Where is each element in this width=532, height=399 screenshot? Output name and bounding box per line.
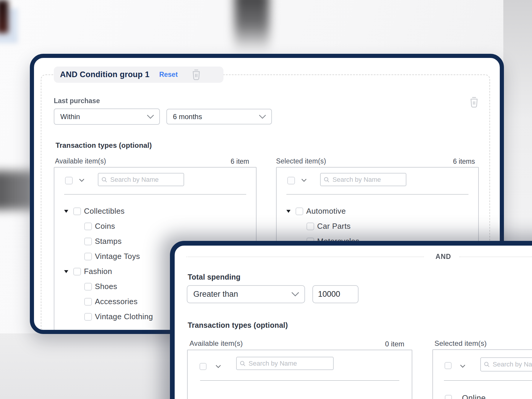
tree-item-label: Accessories <box>95 297 138 306</box>
transaction-types-heading: Transaction types (optional) <box>56 141 152 150</box>
list-divider <box>64 194 246 194</box>
and-divider-line <box>186 257 424 257</box>
checkbox[interactable] <box>84 253 92 260</box>
transaction-types-heading: Transaction types (optional) <box>188 321 288 330</box>
list-divider <box>286 194 468 194</box>
tree-item-label: Car Parts <box>317 222 351 231</box>
tree-item-label: Vintage Clothing <box>95 312 153 321</box>
tree-item-label: Shoes <box>95 282 117 291</box>
list-divider <box>200 380 399 381</box>
tree-item-label: Online <box>462 394 486 399</box>
tree-parent-row: Collectibles <box>54 204 255 219</box>
available-items-label: Available item(s) <box>189 339 243 348</box>
background-blur-shape <box>234 0 269 52</box>
select-all-checkbox[interactable] <box>200 363 207 370</box>
checkbox[interactable] <box>445 395 452 399</box>
checkbox[interactable] <box>84 283 92 291</box>
background-blur-shape <box>0 8 18 43</box>
tree-child-row: Car Parts <box>277 219 478 234</box>
select-all-checkbox[interactable] <box>445 362 452 369</box>
chevron-down-icon[interactable] <box>79 179 84 182</box>
search-input[interactable] <box>332 176 403 184</box>
last-purchase-label: Last purchase <box>54 97 100 105</box>
caret-down-icon[interactable] <box>64 270 68 273</box>
tree-item-label: Automotive <box>306 207 346 216</box>
delete-condition-trash-icon[interactable] <box>469 96 479 108</box>
search-icon <box>240 361 246 366</box>
background-gradient <box>0 333 171 399</box>
checkbox[interactable] <box>84 238 92 245</box>
condition-group-header: AND Condition group 1 Reset <box>54 66 223 83</box>
select-all-checkbox[interactable] <box>287 177 295 184</box>
tree-item-label: Vintage Toys <box>95 252 140 261</box>
checkbox[interactable] <box>73 268 81 275</box>
available-items-count: 6 item <box>211 158 249 166</box>
search-input[interactable] <box>110 176 181 184</box>
list-divider <box>444 380 532 381</box>
chevron-down-icon[interactable] <box>216 365 221 368</box>
condition-group-title: AND Condition group 1 <box>60 70 150 79</box>
tree-item-label: Coins <box>95 222 115 231</box>
selected-items-label: Selected item(s) <box>434 339 487 348</box>
selected-items-listbox: Online <box>432 349 532 399</box>
total-spending-label: Total spending <box>188 273 241 281</box>
tree-parent-row: Automotive <box>277 204 478 219</box>
dropdown-value: Greater than <box>193 290 238 299</box>
search-input[interactable] <box>248 359 330 368</box>
chevron-down-icon[interactable] <box>460 365 465 368</box>
chevron-down-icon <box>259 115 266 119</box>
reset-button[interactable]: Reset <box>159 71 178 79</box>
search-field[interactable] <box>480 357 532 372</box>
available-items-listbox <box>187 350 412 399</box>
chevron-down-icon[interactable] <box>301 179 306 182</box>
chevron-down-icon <box>291 292 299 296</box>
checkbox[interactable] <box>73 207 81 215</box>
checkbox[interactable] <box>296 207 303 215</box>
tree-item-label: Collectibles <box>84 207 125 216</box>
checkbox[interactable] <box>306 223 314 230</box>
chevron-down-icon <box>147 115 154 119</box>
available-items-label: Available item(s) <box>55 157 106 165</box>
checkbox[interactable] <box>84 313 92 321</box>
caret-down-icon[interactable] <box>286 210 291 213</box>
search-field[interactable] <box>236 357 334 370</box>
background-blur-shape <box>0 0 8 33</box>
amount-value: 10000 <box>318 290 340 299</box>
search-field[interactable] <box>320 173 406 186</box>
and-divider-line <box>459 257 532 257</box>
total-spending-operator-dropdown[interactable]: Greater than <box>187 285 305 303</box>
delete-group-trash-icon[interactable] <box>191 69 201 81</box>
page: AND Condition group 1 Reset Last <box>0 0 532 399</box>
selected-items-count: 6 items <box>418 158 475 166</box>
total-spending-amount-input[interactable]: 10000 <box>312 285 359 303</box>
select-all-checkbox[interactable] <box>65 177 73 184</box>
condition-group-2-card: AND Total spending Greater than 10000 Tr… <box>170 241 532 399</box>
available-items-count: 0 item <box>353 340 404 348</box>
search-input[interactable] <box>492 360 532 369</box>
selected-items-tree: Online <box>433 391 532 399</box>
last-purchase-value-dropdown[interactable]: 6 months <box>166 109 272 124</box>
and-joiner-label: AND <box>426 253 461 261</box>
caret-down-icon[interactable] <box>64 210 68 213</box>
search-icon <box>324 177 330 183</box>
tree-item-label: Stamps <box>95 237 122 246</box>
tree-child-row: Coins <box>54 219 255 234</box>
search-icon <box>101 177 107 183</box>
search-field[interactable] <box>98 173 184 186</box>
checkbox[interactable] <box>84 223 92 230</box>
selected-items-label: Selected item(s) <box>276 157 326 165</box>
dropdown-value: 6 months <box>173 113 202 121</box>
last-purchase-operator-dropdown[interactable]: Within <box>54 108 160 125</box>
checkbox[interactable] <box>84 298 92 306</box>
tree-parent-row: Online <box>433 391 532 399</box>
tree-item-label: Fashion <box>84 267 112 276</box>
dropdown-value: Within <box>60 113 80 121</box>
search-icon <box>484 361 490 367</box>
